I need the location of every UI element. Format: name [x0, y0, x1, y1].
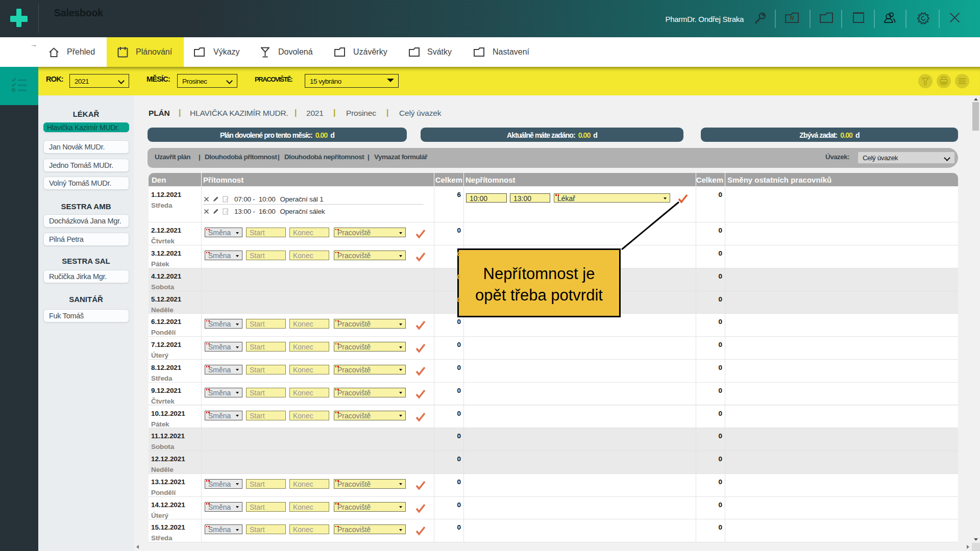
- svg-text:N: N: [790, 15, 794, 21]
